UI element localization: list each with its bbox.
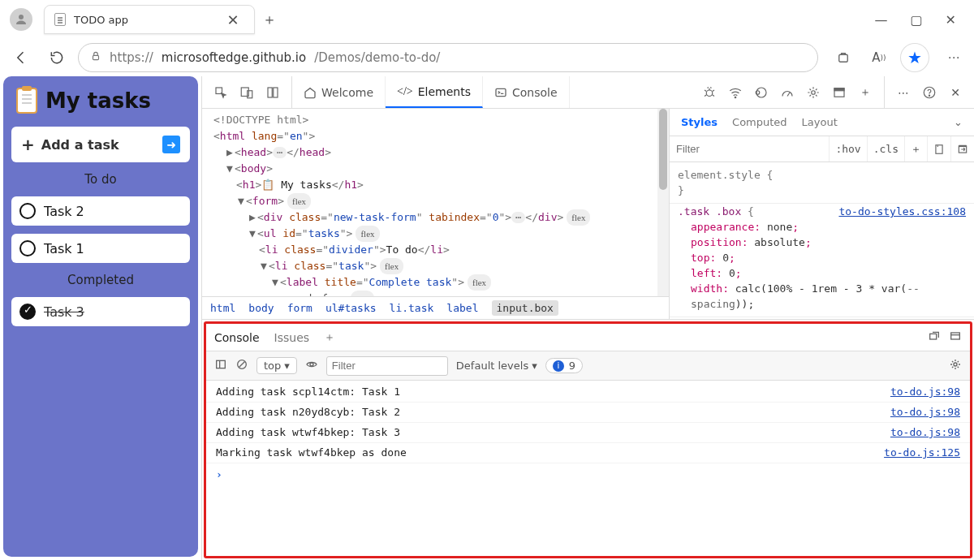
task-checkbox[interactable] <box>19 203 36 219</box>
svg-rect-8 <box>496 88 506 96</box>
task-checkbox-done[interactable] <box>19 304 36 320</box>
section-completed: Completed <box>11 271 190 289</box>
clear-console-icon[interactable] <box>235 358 248 373</box>
toggle-sidebar-icon[interactable] <box>214 358 227 373</box>
svg-rect-22 <box>217 360 226 368</box>
favorite-star-icon[interactable]: ★ <box>901 44 929 71</box>
back-button[interactable] <box>6 43 36 72</box>
more-icon[interactable]: ⋯ <box>891 80 916 105</box>
browser-tab[interactable]: TODO app ✕ <box>44 5 255 34</box>
console-prompt[interactable]: › <box>206 463 970 486</box>
svg-rect-2 <box>839 54 848 62</box>
styles-sidebar: Styles Computed Layout ⌄ :hov .cls ＋ ele… <box>669 109 974 319</box>
styles-tab-layout[interactable]: Layout <box>802 116 838 128</box>
devtools-toolbar: Welcome </>Elements Console ＋ ⋯ ✕ <box>202 76 974 109</box>
add-task-card[interactable]: +Add a task ➜ <box>11 127 190 162</box>
svg-point-24 <box>310 363 313 366</box>
task-checkbox[interactable] <box>19 240 36 256</box>
inspect-element-icon[interactable] <box>209 80 233 105</box>
console-log-row: Marking task wtwf4bkep as doneto-do.js:1… <box>206 443 970 463</box>
expand-icon[interactable] <box>949 330 962 345</box>
screencast-icon[interactable] <box>261 80 285 105</box>
url-host: microsoftedge.github.io <box>162 50 306 65</box>
tab-welcome[interactable]: Welcome <box>292 76 386 108</box>
hov-toggle[interactable]: :hov <box>829 136 866 162</box>
browser-menu-button[interactable]: ⋯ <box>940 44 968 71</box>
help-icon[interactable] <box>917 80 942 105</box>
task-label: Task 2 <box>44 204 84 219</box>
drawer-add-tab[interactable]: ＋ <box>324 330 335 345</box>
computed-toggle-icon[interactable] <box>927 136 950 162</box>
clipboard-icon <box>16 88 37 114</box>
style-rule[interactable]: to-do-styles.css:108 .task .box { appear… <box>670 204 974 317</box>
device-emulation-icon[interactable] <box>235 80 259 105</box>
task-row[interactable]: Task 2 <box>11 196 190 226</box>
plus-icon: + <box>21 135 35 154</box>
svg-point-11 <box>756 88 766 97</box>
elements-dom-tree[interactable]: <!DOCTYPE html> <html lang="en"> ▶<head>… <box>202 109 669 319</box>
log-levels-selector[interactable]: Default levels ▾ <box>456 360 537 372</box>
dock-side-icon[interactable] <box>827 80 851 105</box>
console-drawer: Console Issues ＋ top ▾ Default levels ▾ … <box>204 321 972 558</box>
dock-styles-icon[interactable] <box>950 136 974 162</box>
console-filter-input[interactable] <box>326 356 448 376</box>
settings-gear-icon[interactable] <box>801 80 825 105</box>
dom-scrollbar[interactable] <box>657 109 669 296</box>
new-rule-icon[interactable]: ＋ <box>904 136 927 162</box>
submit-arrow-icon[interactable]: ➜ <box>162 136 180 153</box>
minimize-button[interactable]: — <box>874 12 887 28</box>
close-window-button[interactable]: ✕ <box>946 12 956 28</box>
close-devtools-button[interactable]: ✕ <box>943 80 968 105</box>
dom-breadcrumbs[interactable]: html body form ul#tasks li.task label in… <box>202 296 669 319</box>
new-tab-button[interactable]: ＋ <box>258 8 281 31</box>
issues-pill[interactable]: i9 <box>545 358 583 373</box>
source-link[interactable]: to-do.js:98 <box>890 423 960 442</box>
console-settings-icon[interactable] <box>949 358 962 373</box>
styles-filter-input[interactable] <box>670 140 829 159</box>
lock-icon <box>90 50 101 65</box>
svg-rect-15 <box>834 88 844 90</box>
address-bar[interactable]: https://microsoftedge.github.io/Demos/de… <box>78 43 818 72</box>
task-row[interactable]: Task 3 <box>11 297 190 326</box>
source-link[interactable]: to-do.js:98 <box>890 382 960 402</box>
animations-icon[interactable] <box>749 80 774 105</box>
window-controls: — ▢ ✕ <box>874 12 968 28</box>
url-scheme: https:// <box>110 50 153 65</box>
tab-elements[interactable]: </>Elements <box>386 76 483 108</box>
style-rule[interactable]: element.style { } <box>670 167 974 204</box>
svg-point-9 <box>706 90 713 97</box>
tab-close-button[interactable]: ✕ <box>222 8 244 31</box>
detach-icon[interactable] <box>928 330 941 345</box>
drawer-tab-issues[interactable]: Issues <box>274 331 310 344</box>
console-log-row: Adding task n20yd8cyb: Task 2to-do.js:98 <box>206 403 970 423</box>
drawer-tab-console[interactable]: Console <box>214 331 260 344</box>
maximize-button[interactable]: ▢ <box>910 12 922 28</box>
cls-toggle[interactable]: .cls <box>867 136 904 162</box>
task-row[interactable]: Task 1 <box>11 234 190 263</box>
console-log-area[interactable]: Adding task scpl14ctm: Task 1to-do.js:98… <box>206 381 970 556</box>
svg-rect-5 <box>248 90 252 97</box>
styles-tab-computed[interactable]: Computed <box>732 116 787 128</box>
chevron-down-icon[interactable]: ⌄ <box>954 116 963 128</box>
performance-icon[interactable] <box>775 80 799 105</box>
console-log-row: Adding task wtwf4bkep: Task 3to-do.js:98 <box>206 423 970 443</box>
refresh-button[interactable] <box>42 43 71 72</box>
profile-avatar[interactable] <box>10 8 32 31</box>
app-header: My tasks <box>11 84 190 118</box>
read-aloud-icon[interactable]: A)) <box>865 44 893 71</box>
context-selector[interactable]: top ▾ <box>256 357 297 374</box>
more-tabs-button[interactable]: ＋ <box>853 80 877 105</box>
source-link[interactable]: to-do.js:125 <box>884 443 960 463</box>
url-path: /Demos/demo-to-do/ <box>314 50 440 65</box>
svg-rect-20 <box>930 334 937 339</box>
bug-icon[interactable] <box>697 80 722 105</box>
source-link[interactable]: to-do-styles.css:108 <box>838 204 966 219</box>
svg-rect-1 <box>93 55 99 59</box>
network-conditions-icon[interactable] <box>723 80 748 105</box>
styles-tab-styles[interactable]: Styles <box>681 116 718 128</box>
app-available-icon[interactable] <box>830 44 857 71</box>
console-log-row: Adding task scpl14ctm: Task 1to-do.js:98 <box>206 382 970 403</box>
tab-console[interactable]: Console <box>483 76 570 108</box>
live-expression-icon[interactable] <box>305 358 318 373</box>
source-link[interactable]: to-do.js:98 <box>890 403 960 422</box>
